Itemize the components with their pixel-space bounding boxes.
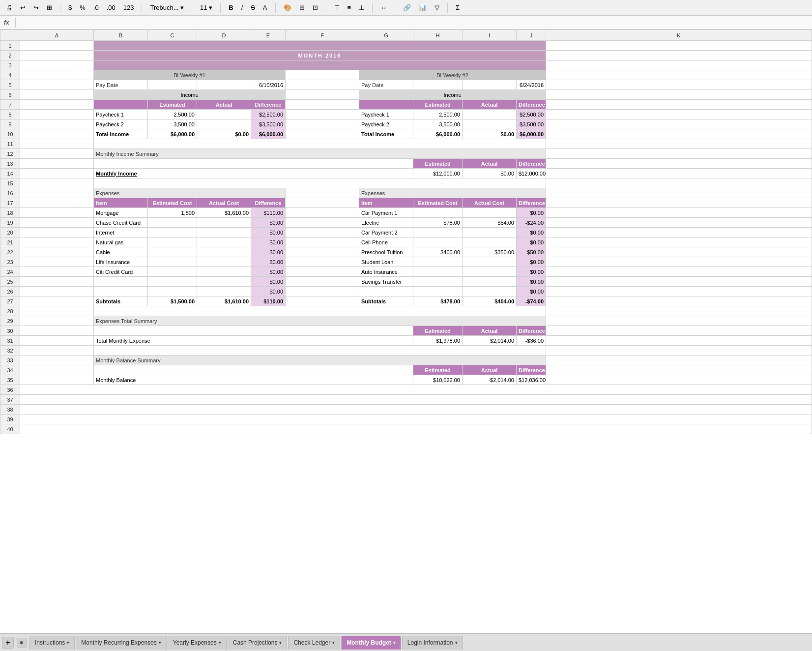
table-row: 9 Paycheck 2 3,500.00 $3,500.00 Paycheck… — [0, 119, 812, 129]
tab-check-ledger[interactable]: Check Ledger ▾ — [288, 636, 340, 650]
corner-cell — [0, 30, 20, 41]
expenses2-label: Expenses — [359, 188, 546, 198]
income-label-2: Income — [359, 90, 546, 100]
table-row: 31 Total Monthly Expense $1,978.00 $2,01… — [0, 336, 812, 346]
fill-color-icon[interactable]: 🎨 — [282, 3, 293, 12]
align-middle-icon[interactable]: ≡ — [346, 3, 353, 12]
table-row: 21 Natural gas $0.00 Cell Phone $0.00 — [0, 237, 812, 247]
monthly-income-diff: $12,000.00 — [517, 169, 546, 178]
tab-bar: + ≡ Instructions ▾ Monthly Recurring Exp… — [0, 633, 812, 651]
paycheck1-diff-2: $2,500.00 — [517, 110, 546, 119]
filter-icon[interactable]: ▽ — [433, 3, 441, 12]
tab-login-information[interactable]: Login Information ▾ — [402, 636, 463, 650]
undo-icon[interactable]: ↩ — [18, 3, 28, 12]
col-header-f[interactable]: F — [286, 30, 359, 41]
redo-icon[interactable]: ↪ — [31, 3, 41, 12]
pay-date-label-2: Pay Date — [359, 80, 413, 90]
table-row: 6 Income Income — [0, 90, 812, 100]
table-row: 4 Bi-Weekly #1 Bi-Weekly #2 — [0, 70, 812, 80]
align-bottom-icon[interactable]: ⊥ — [357, 3, 366, 12]
format-icon[interactable]: 123 — [121, 3, 136, 12]
font-color-icon[interactable]: A — [261, 3, 269, 12]
formula-input[interactable] — [22, 19, 808, 26]
monthly-balance-summary-label: Monthly Balance Summary — [94, 355, 546, 365]
table-row: 39 — [0, 414, 812, 424]
col-header-e[interactable]: E — [251, 30, 286, 41]
table-row: 5 Pay Date 6/10/2016 Pay Date 6/24/2016 — [0, 80, 812, 90]
total-income-label-1: Total Income — [94, 129, 148, 139]
subtotals-label-1: Subtotals — [94, 296, 148, 306]
col-header-d[interactable]: D — [197, 30, 251, 41]
col-header-b[interactable]: B — [94, 30, 148, 41]
pay-date-value-1: 6/10/2016 — [251, 80, 286, 90]
paycheck2-label-1: Paycheck 2 — [94, 119, 148, 129]
paycheck1-est-2: 2,500.00 — [413, 110, 463, 119]
add-sheet-button[interactable]: + — [2, 637, 14, 649]
bold-icon[interactable]: B — [227, 3, 235, 12]
borders-icon[interactable]: ⊞ — [297, 3, 307, 12]
merge-icon[interactable]: ⊡ — [311, 3, 320, 12]
font-size[interactable]: 11 ▾ — [198, 3, 214, 12]
sheet-list-icon[interactable]: ≡ — [17, 638, 27, 648]
table-row: 36 — [0, 385, 812, 395]
income-label-1: Income — [94, 90, 286, 100]
total-income-actual-1: $0.00 — [197, 129, 251, 139]
link-icon[interactable]: 🔗 — [401, 3, 413, 12]
total-monthly-expense-est: $1,978.00 — [413, 336, 463, 346]
tab-monthly-budget[interactable]: Monthly Budget ▾ — [341, 636, 401, 650]
print-icon[interactable]: 🖨 — [4, 3, 14, 12]
col-header-i[interactable]: I — [463, 30, 517, 41]
table-row: 20 Internet $0.00 Car Payment 2 $0.00 — [0, 228, 812, 237]
paycheck1-diff-1: $2,500.00 — [251, 110, 286, 119]
table-row: 40 — [0, 424, 812, 434]
pay-date-value-2: 6/24/2016 — [517, 80, 546, 90]
tab-arrow-mre: ▾ — [159, 640, 161, 645]
monthly-balance-est: $10,022.00 — [413, 375, 463, 385]
align-top-icon[interactable]: ⊤ — [332, 3, 342, 12]
col-header-j[interactable]: J — [517, 30, 546, 41]
chart-icon[interactable]: 📊 — [417, 3, 429, 12]
tab-arrow-instructions: ▾ — [67, 640, 69, 645]
strikethrough-icon[interactable]: S — [249, 3, 257, 12]
currency-icon[interactable]: $ — [66, 3, 74, 12]
wrap-icon[interactable]: ↔ — [378, 3, 389, 12]
col-header-a[interactable]: A — [20, 30, 94, 41]
total-income-diff-2: $6,000.00 — [517, 129, 546, 139]
col-header-k[interactable]: K — [546, 30, 812, 41]
sum-icon[interactable]: Σ — [454, 3, 462, 12]
paycheck2-diff-2: $3,500.00 — [517, 119, 546, 129]
table-row: 26 $0.00 $0.00 — [0, 287, 812, 296]
grid-wrapper[interactable]: A B C D E F G H I J K 1 — [0, 30, 812, 633]
total-income-est-2: $6,000.00 — [413, 129, 463, 139]
monthly-income-summary-label: Monthly Income Summary — [94, 149, 546, 159]
table-row: 12 Monthly Income Summary — [0, 149, 812, 159]
table-row: 11 — [0, 139, 812, 149]
percent-icon[interactable]: % — [78, 3, 87, 12]
tab-cash-projections[interactable]: Cash Projections ▾ — [228, 636, 288, 650]
paycheck1-label-2: Paycheck 1 — [359, 110, 413, 119]
formula-bar: fx — [0, 16, 812, 30]
table-row: 25 $0.00 Savings Transfer $0.00 — [0, 277, 812, 287]
paycheck1-label-1: Paycheck 1 — [94, 110, 148, 119]
italic-icon[interactable]: I — [239, 3, 245, 12]
tab-yearly-expenses[interactable]: Yearly Expenses ▾ — [168, 636, 227, 650]
col-header-g[interactable]: G — [359, 30, 413, 41]
decimal-less-icon[interactable]: .0 — [91, 3, 101, 12]
expenses1-label: Expenses — [94, 188, 286, 198]
tab-monthly-recurring-expenses[interactable]: Monthly Recurring Expenses ▾ — [76, 636, 166, 650]
col-header-c[interactable]: C — [148, 30, 197, 41]
table-row: 8 Paycheck 1 2,500.00 $2,500.00 Paycheck… — [0, 110, 812, 119]
main-grid: A B C D E F G H I J K 1 — [0, 30, 812, 434]
decimal-more-icon[interactable]: .00 — [105, 3, 117, 12]
tab-arrow-cl: ▾ — [332, 640, 335, 645]
font-family[interactable]: Trebuch... ▾ — [148, 3, 186, 12]
paycheck2-label-2: Paycheck 2 — [359, 119, 413, 129]
more-icon[interactable]: ⊞ — [45, 3, 54, 12]
subtotals-diff-1: $110.00 — [251, 296, 286, 306]
tab-arrow-ye: ▾ — [219, 640, 221, 645]
total-monthly-expense-actual: $2,014.00 — [463, 336, 517, 346]
table-row: 23 Life Insurance $0.00 Student Loan $0.… — [0, 257, 812, 267]
table-row: 14 Monthly Income $12,000.00 $0.00 $12,0… — [0, 169, 812, 178]
tab-instructions[interactable]: Instructions ▾ — [29, 636, 75, 650]
col-header-h[interactable]: H — [413, 30, 463, 41]
